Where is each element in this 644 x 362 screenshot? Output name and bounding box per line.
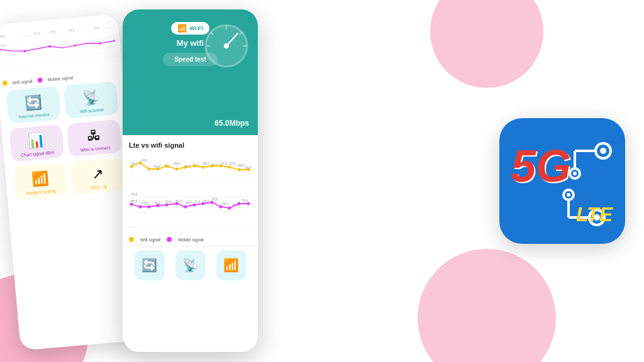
speedometer xyxy=(203,22,250,69)
lte-text: LTE xyxy=(576,203,613,226)
svg-text:-37.0: -37.0 xyxy=(228,162,236,165)
hotspot-btn[interactable]: 📶 Hotspot setting xyxy=(13,162,68,200)
bottom-wifi-scan-icon: 📡 xyxy=(182,258,198,273)
wifi-legend-dot xyxy=(3,80,8,86)
svg-point-11 xyxy=(23,50,26,52)
svg-point-51 xyxy=(202,166,205,169)
wifi-legend: Wifi signal xyxy=(140,238,160,242)
wifi-scanner-label: Wifi scanner xyxy=(80,107,104,114)
chart-signal-btn[interactable]: 📊 Chart signal dBm xyxy=(9,124,64,162)
svg-text:-78.0: -78.0 xyxy=(153,201,160,205)
svg-text:-75.0: -75.0 xyxy=(211,197,218,201)
dns-icon: ↗ xyxy=(91,165,104,182)
svg-text:-75.0: -75.0 xyxy=(241,199,248,202)
svg-text:-78.0: -78.0 xyxy=(67,28,75,32)
svg-text:-38.0: -38.0 xyxy=(202,162,209,165)
hotspot-label: Hotspot setting xyxy=(26,189,56,195)
who-connected-btn[interactable]: 🖧 Who is connect xyxy=(67,119,122,157)
mini-chart-top: -80.0 -75.0 -78.0 -76.0 -78.0 -75.0 xyxy=(0,22,117,76)
bg-shape-right-top xyxy=(430,0,543,88)
hotspot-icon: 📶 xyxy=(31,170,49,188)
phone-content: Lte vs wifi signal -36.0 -34.0 -40.0 -40… xyxy=(123,135,258,246)
svg-point-72 xyxy=(148,206,151,209)
svg-point-75 xyxy=(175,202,179,206)
who-connected-label: Who is connect xyxy=(80,145,110,152)
wifi-badge-icon: 📶 xyxy=(177,24,187,33)
mobile-legend-label: Mobile signal xyxy=(47,75,73,82)
svg-text:-78.0: -78.0 xyxy=(184,201,192,205)
svg-point-10 xyxy=(0,48,1,51)
svg-text:-38.0: -38.0 xyxy=(237,163,245,167)
svg-point-47 xyxy=(165,165,169,168)
dns-btn[interactable]: ↗ DNS - Ip xyxy=(70,157,125,195)
svg-point-73 xyxy=(157,204,160,207)
chart-signal-label: Chart signal dBm xyxy=(21,150,55,158)
svg-text:-76.0: -76.0 xyxy=(174,199,182,203)
svg-point-15 xyxy=(113,40,116,42)
bottom-monitor-btn[interactable]: 🔄 xyxy=(135,250,165,280)
svg-point-43 xyxy=(130,165,133,168)
wifi-name: My wifi xyxy=(177,38,204,48)
svg-point-54 xyxy=(228,166,231,169)
svg-point-79 xyxy=(211,201,214,204)
svg-text:-75.0: -75.0 xyxy=(92,26,100,30)
svg-text:-78.0: -78.0 xyxy=(142,201,149,205)
svg-point-55 xyxy=(238,168,241,172)
chart-signal-icon: 📊 xyxy=(27,132,45,150)
svg-text:-80.0: -80.0 xyxy=(130,199,138,203)
logo-inner: 5G LTE xyxy=(506,124,619,238)
wifi-legend-label: Wifi signal xyxy=(13,79,33,85)
svg-point-83 xyxy=(247,202,250,206)
svg-point-12 xyxy=(48,45,51,48)
svg-line-0 xyxy=(0,28,114,38)
svg-text:-75.0: -75.0 xyxy=(0,43,6,48)
svg-point-45 xyxy=(148,168,151,171)
phone-center: 📶 Wi·Fi My wifi Speed test xyxy=(123,9,258,352)
svg-point-81 xyxy=(228,207,231,210)
bg-shape-right-bottom xyxy=(418,249,556,362)
svg-point-70 xyxy=(130,203,133,206)
wifi-scan-icon: 📡 xyxy=(82,89,100,106)
5g-text: 5G xyxy=(511,143,571,189)
svg-text:-34.0: -34.0 xyxy=(140,158,148,162)
svg-line-1 xyxy=(0,38,114,48)
phone-header: 📶 Wi·Fi My wifi Speed test xyxy=(123,9,258,135)
router-icon: 🖧 xyxy=(87,127,102,145)
svg-point-50 xyxy=(193,165,196,168)
app-logo: 5G LTE xyxy=(499,118,625,244)
mobile-dot xyxy=(167,237,172,242)
svg-text:-78.0: -78.0 xyxy=(221,202,228,206)
internet-monitor-btn[interactable]: 🔄 Internet monitor xyxy=(6,86,61,124)
svg-line-3 xyxy=(1,57,116,67)
svg-point-78 xyxy=(202,202,205,206)
mobile-legend-dot xyxy=(37,77,43,83)
bottom-wifi-scan-btn[interactable]: 📡 xyxy=(175,250,206,280)
phone-bottom-nav: 🔄 📡 📶 xyxy=(123,246,258,284)
svg-point-85 xyxy=(600,148,606,154)
svg-point-52 xyxy=(211,165,214,168)
bottom-monitor-icon: 🔄 xyxy=(142,258,157,273)
svg-point-13 xyxy=(74,44,76,47)
speed-value: 65.0Mbps xyxy=(214,119,249,128)
svg-point-48 xyxy=(175,168,179,171)
bottom-wifi-check-btn[interactable]: 📶 xyxy=(216,250,247,280)
wifi-badge-text: Wi·Fi xyxy=(189,25,203,31)
svg-point-89 xyxy=(573,172,577,175)
svg-point-76 xyxy=(184,206,187,209)
wifi-dot xyxy=(129,237,134,242)
feature-grid: 🔄 Internet monitor 📡 Wifi scanner 📊 Char… xyxy=(3,81,128,200)
svg-text:-75.0: -75.0 xyxy=(130,192,138,196)
svg-text:-80.0: -80.0 xyxy=(0,34,6,38)
wifi-scanner-btn[interactable]: 📡 Wifi scanner xyxy=(64,81,119,119)
svg-point-56 xyxy=(247,168,250,172)
svg-text:-78.0: -78.0 xyxy=(33,31,40,35)
svg-point-74 xyxy=(165,204,169,207)
internet-monitor-label: Internet monitor xyxy=(19,112,50,119)
bottom-wifi-check-icon: 📶 xyxy=(223,258,239,273)
svg-text:-77.0: -77.0 xyxy=(193,200,201,204)
lte-chart: -36.0 -34.0 -40.0 -40.0 -38.0 -40.0 -39.… xyxy=(129,153,252,234)
svg-text:-77.0: -77.0 xyxy=(164,200,172,204)
svg-point-71 xyxy=(139,206,142,209)
section-title: Lte vs wifi signal xyxy=(129,141,252,149)
svg-point-77 xyxy=(193,204,196,207)
